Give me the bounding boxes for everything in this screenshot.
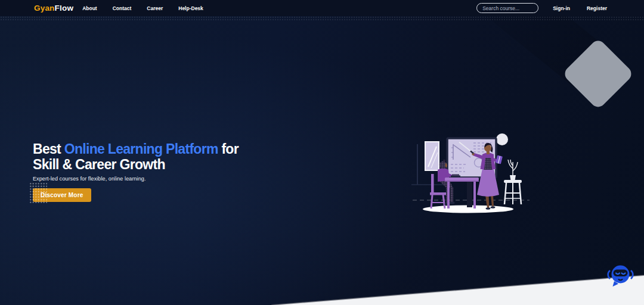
plant-stand <box>504 160 522 204</box>
chatbot-icon <box>607 262 634 289</box>
heading-post: for <box>218 141 239 157</box>
heading-highlight: Online Learning Platform <box>64 141 218 157</box>
nav-link-career[interactable]: Career <box>147 5 163 11</box>
hero-section: Best Online Learning Platform for Skill … <box>33 141 239 202</box>
heading-pre: Best <box>33 141 64 157</box>
chatbot-button[interactable] <box>607 262 634 289</box>
brand-part-flow: Flow <box>55 4 74 13</box>
nav-links: About Contact Career Help-Desk <box>82 5 203 11</box>
hero-subtitle: Expert-led courses for flexible, online … <box>33 176 239 182</box>
discover-more-button[interactable]: Discover More <box>33 188 91 202</box>
register-link[interactable]: Register <box>587 5 607 11</box>
moon <box>496 133 508 145</box>
hero-heading-line2: Skill & Career Growth <box>33 157 239 172</box>
brand-part-gyan: Gyan <box>34 4 55 13</box>
top-navbar: GyanFlow About Contact Career Help-Desk … <box>0 0 644 16</box>
halftone-strip-decoration <box>0 16 644 21</box>
navbar-right-group: Sign-in Register <box>476 3 607 13</box>
hero-heading: Best Online Learning Platform for Skill … <box>33 141 239 172</box>
nav-link-about[interactable]: About <box>82 5 97 11</box>
hero-heading-line1: Best Online Learning Platform for <box>33 141 239 157</box>
nav-link-helpdesk[interactable]: Help-Desk <box>178 5 203 11</box>
window <box>425 142 439 170</box>
nav-link-contact[interactable]: Contact <box>113 5 132 11</box>
search-input[interactable] <box>476 3 538 13</box>
brand-logo[interactable]: GyanFlow <box>34 4 73 13</box>
signin-link[interactable]: Sign-in <box>553 5 570 11</box>
classroom-illustration <box>411 125 531 214</box>
